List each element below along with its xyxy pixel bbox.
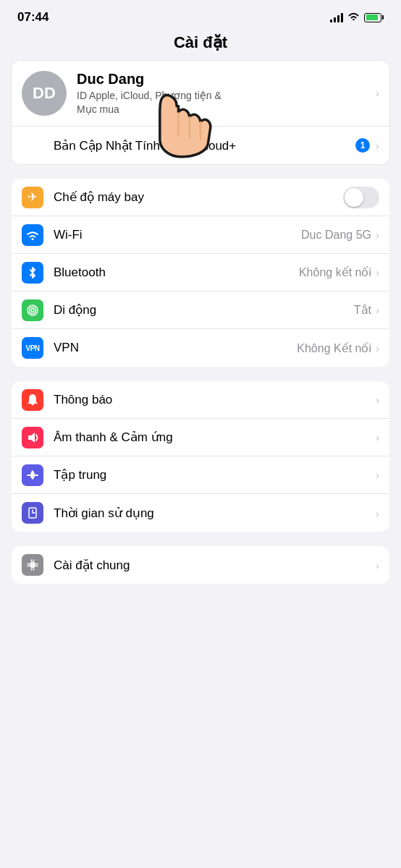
vpn-value: Không Kết nối [297, 341, 371, 355]
wifi-chevron: › [376, 229, 379, 241]
notifications-group: Thông báo › Âm thanh & Cảm ứng › Tập tru… [12, 381, 389, 532]
general-label: Cài đặt chung [54, 558, 376, 573]
general-icon [22, 554, 43, 576]
notifications-chevron: › [376, 393, 379, 406]
cellular-label: Di động [54, 302, 354, 318]
screentime-icon [22, 502, 43, 524]
wifi-label: Wi-Fi [54, 228, 301, 242]
page-title: Cài đặt [174, 33, 227, 51]
cellular-row[interactable]: Di động Tắt › [12, 292, 389, 329]
airplane-row[interactable]: ✈ Chế độ máy bay [12, 179, 389, 216]
bluetooth-value: Không kết nối [299, 265, 371, 279]
update-chevron: › [376, 140, 379, 152]
svg-point-4 [31, 309, 34, 312]
profile-info: Duc Dang ID Apple, iCloud, Phương tiện &… [77, 71, 370, 115]
notifications-label: Thông báo [54, 393, 376, 407]
focus-chevron: › [376, 469, 379, 481]
notifications-icon [22, 389, 43, 411]
general-row[interactable]: Cài đặt chung › [12, 546, 389, 584]
status-bar: 07:44 [0, 0, 401, 30]
connectivity-group: ✈ Chế độ máy bay Wi-Fi Duc Dang 5G › Blu… [12, 179, 389, 367]
airplane-toggle[interactable] [343, 187, 379, 208]
svg-point-9 [31, 563, 35, 567]
profile-group: DD Duc Dang ID Apple, iCloud, Phương tiệ… [12, 61, 389, 164]
vpn-icon: VPN [22, 337, 43, 359]
vpn-chevron: › [376, 342, 379, 354]
bluetooth-chevron: › [376, 266, 379, 278]
vpn-row[interactable]: VPN VPN Không Kết nối › [12, 329, 389, 367]
focus-icon [22, 464, 43, 486]
svg-point-3 [32, 238, 34, 240]
signal-icon [330, 13, 343, 22]
profile-name: Duc Dang [77, 71, 370, 88]
update-row[interactable]: Bản Cập Nhật Tính năng iCloud+ 1 › [12, 127, 389, 164]
sounds-icon [22, 427, 43, 448]
cellular-chevron: › [376, 304, 379, 316]
battery-icon [364, 13, 384, 22]
airplane-icon: ✈ [22, 187, 43, 208]
status-time: 07:44 [17, 10, 48, 25]
svg-point-5 [30, 307, 36, 313]
sounds-chevron: › [376, 431, 379, 443]
wifi-row[interactable]: Wi-Fi Duc Dang 5G › [12, 216, 389, 254]
status-icons [330, 12, 384, 23]
wifi-icon [22, 224, 43, 246]
focus-row[interactable]: Tập trung › [12, 456, 389, 494]
bluetooth-icon [22, 262, 43, 284]
wifi-status-icon [347, 12, 360, 23]
screentime-chevron: › [376, 507, 379, 519]
update-badge: 1 [355, 138, 370, 153]
notifications-row[interactable]: Thông báo › [12, 381, 389, 419]
wifi-value: Duc Dang 5G [301, 229, 371, 242]
screentime-row[interactable]: Thời gian sử dụng › [12, 494, 389, 532]
general-group: Cài đặt chung › [12, 546, 389, 584]
cellular-value: Tắt [354, 303, 371, 317]
avatar: DD [22, 71, 67, 116]
bluetooth-label: Bluetooth [54, 265, 299, 280]
page-title-area: Cài đặt [0, 30, 401, 61]
profile-subtitle: ID Apple, iCloud, Phương tiện &Mục mua [77, 89, 370, 115]
sounds-label: Âm thanh & Cảm ứng [54, 430, 376, 445]
vpn-label: VPN [54, 341, 297, 355]
general-chevron: › [376, 559, 379, 571]
bluetooth-row[interactable]: Bluetooth Không kết nối › [12, 254, 389, 292]
profile-chevron: › [376, 87, 379, 100]
cellular-icon [22, 299, 43, 321]
sounds-row[interactable]: Âm thanh & Cảm ứng › [12, 419, 389, 456]
profile-row[interactable]: DD Duc Dang ID Apple, iCloud, Phương tiệ… [12, 61, 389, 127]
update-label: Bản Cập Nhật Tính năng iCloud+ [54, 138, 355, 153]
airplane-label: Chế độ máy bay [54, 190, 337, 205]
focus-label: Tập trung [54, 467, 376, 482]
toggle-knob [345, 188, 363, 207]
screentime-label: Thời gian sử dụng [54, 506, 376, 521]
